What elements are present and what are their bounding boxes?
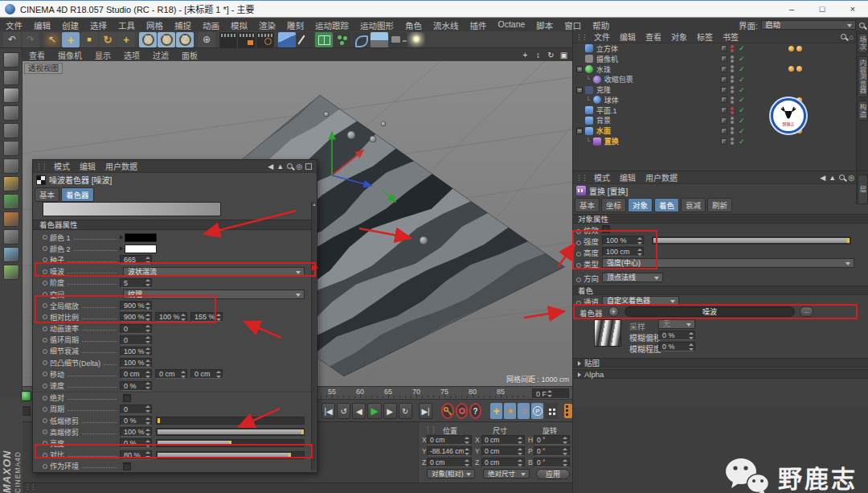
quantize-icon[interactable] <box>3 265 19 280</box>
stepper-icon[interactable] <box>145 256 150 265</box>
add-cube-button[interactable] <box>278 32 296 47</box>
param-field[interactable]: 100 % <box>120 347 152 356</box>
noise-preview-swatch[interactable] <box>43 202 221 216</box>
viewport-menu-查看[interactable]: 查看 <box>23 49 51 61</box>
expand-icon[interactable]: − <box>576 128 583 134</box>
visibility-dots[interactable] <box>731 127 734 134</box>
rotation-P-field[interactable]: 0 ° <box>534 446 570 456</box>
search-icon[interactable] <box>859 23 865 28</box>
stepper-icon[interactable] <box>517 436 522 445</box>
menu-工具[interactable]: 工具 <box>113 19 141 31</box>
maximize-button[interactable]: □ <box>807 1 837 17</box>
viewport-visibility-dot[interactable] <box>731 97 734 100</box>
position-Z-field[interactable]: 0 cm <box>427 458 472 467</box>
expand-icon[interactable]: − <box>576 87 583 93</box>
record-rotation-toggle[interactable]: ○ <box>518 403 530 419</box>
layer-icon[interactable] <box>721 97 727 103</box>
target-icon[interactable]: ◎ <box>848 174 854 182</box>
stepper-icon[interactable] <box>180 313 186 322</box>
param-field[interactable]: 80 % <box>120 450 152 460</box>
render-visibility-dot[interactable] <box>731 131 734 134</box>
enabled-check-icon[interactable]: ✓ <box>739 55 745 63</box>
stepper-icon[interactable] <box>145 417 150 425</box>
paint-tool-icon[interactable] <box>3 212 19 227</box>
points-mode-icon[interactable] <box>3 123 19 138</box>
menu-脚本[interactable]: 脚本 <box>530 19 559 31</box>
render-picture-viewer-button[interactable] <box>238 32 256 47</box>
viewport-menu-选项[interactable]: 选项 <box>117 49 146 61</box>
autokeying-button[interactable] <box>456 403 468 419</box>
visibility-dots[interactable] <box>731 86 734 93</box>
param-field[interactable]: 0 cm <box>120 369 152 379</box>
panel-grip-icon[interactable]: ⋮⋮ <box>33 162 49 170</box>
side-tab-内容浏览器[interactable]: 内容浏览器 <box>858 56 868 97</box>
viewport-visibility-dot[interactable] <box>731 65 734 68</box>
object-row-水面[interactable]: −水面✓ <box>573 125 856 136</box>
stepper-icon[interactable] <box>145 450 150 459</box>
dialog-scrollbar[interactable]: ▲ <box>311 202 316 470</box>
dialog-menu-模式[interactable]: 模式 <box>49 160 75 172</box>
record-pla-toggle[interactable] <box>545 403 557 419</box>
visibility-dots[interactable] <box>731 65 734 72</box>
panel-grip-icon[interactable]: ⋮⋮ <box>573 33 589 41</box>
param-field[interactable]: 0 % <box>120 438 152 448</box>
texture-mode-icon[interactable] <box>3 88 19 103</box>
dialog-menu-用户数据[interactable]: 用户数据 <box>100 160 142 172</box>
size-Z-field[interactable]: 0 cm <box>481 458 525 467</box>
param-checkbox[interactable] <box>123 462 131 470</box>
layer-icon[interactable] <box>721 87 727 93</box>
interface-dropdown[interactable]: 启动 <box>761 20 856 30</box>
keyframe-selection-button[interactable]: ? <box>469 403 481 419</box>
back-icon[interactable]: ◀ <box>268 162 273 170</box>
tab-基本[interactable]: 基本 <box>35 187 59 202</box>
size-Y-field[interactable]: 0 cm <box>481 446 525 456</box>
layer-side-tab[interactable]: 层 <box>856 172 868 204</box>
object-menu-编辑[interactable]: 编辑 <box>615 31 641 43</box>
workplane-mode-icon[interactable] <box>3 105 19 121</box>
stepper-icon[interactable] <box>145 278 150 287</box>
menu-运动图形[interactable]: 运动图形 <box>354 19 399 31</box>
param-field[interactable]: 100 % <box>120 358 152 368</box>
record-position-toggle[interactable]: + <box>490 403 502 419</box>
stepper-icon[interactable] <box>145 302 150 310</box>
scene-objects-button[interactable] <box>371 32 388 47</box>
param-field[interactable]: 0 <box>120 335 152 345</box>
position-X-field[interactable]: 0 cm <box>427 435 472 445</box>
enabled-check-icon[interactable]: ✓ <box>739 65 745 73</box>
param-field[interactable]: 900 % <box>120 312 152 322</box>
visibility-dots[interactable] <box>731 138 734 145</box>
blur-scale-field[interactable]: 0 % <box>658 342 695 351</box>
object-row-克隆[interactable]: −克隆✓ <box>573 84 856 95</box>
coordinate-mode-dropdown[interactable]: 对象(相对) <box>427 469 475 479</box>
live-selection-button[interactable]: ↖ <box>43 32 61 47</box>
sample-dropdown[interactable]: 无 <box>658 319 695 329</box>
panel-grip-icon[interactable]: ⋮⋮ <box>573 174 589 182</box>
stepper-icon[interactable] <box>180 370 186 379</box>
play-forward-button[interactable]: ▶ <box>367 403 381 419</box>
tab-刷新[interactable]: 刷新 <box>707 198 732 212</box>
camera-button[interactable] <box>389 32 407 47</box>
object-menu-文件[interactable]: 文件 <box>589 31 615 43</box>
go-to-next-key-button[interactable]: ↻ <box>399 403 412 419</box>
menu-网格[interactable]: 网格 <box>141 19 169 31</box>
menu-模拟[interactable]: 模拟 <box>225 19 253 31</box>
shader-button[interactable]: 噪波 <box>624 306 795 317</box>
move-button[interactable]: + <box>62 32 80 47</box>
render-view-button[interactable] <box>219 32 237 47</box>
enabled-check-icon[interactable]: ✓ <box>739 86 745 94</box>
menu-流水线[interactable]: 流水线 <box>428 19 465 31</box>
enabled-check-icon[interactable]: ✓ <box>739 106 745 114</box>
param-dropdown[interactable]: 纹理 <box>123 290 305 299</box>
param-slider[interactable] <box>156 439 305 447</box>
viewport-visibility-dot[interactable] <box>731 45 734 48</box>
height-field[interactable]: 100 cm <box>602 247 644 257</box>
stepper-icon[interactable] <box>517 447 522 456</box>
viewport-visibility-dot[interactable] <box>731 107 734 110</box>
type-dropdown[interactable]: 强度(中心) <box>602 258 854 268</box>
object-row-平面.1[interactable]: 平面.1✓ <box>573 105 856 116</box>
lock-z-button[interactable]: Z <box>176 32 194 47</box>
rotation-B-field[interactable]: 0 ° <box>534 458 570 467</box>
expand-icon[interactable]: − <box>576 66 583 72</box>
layer-icon[interactable] <box>721 107 727 113</box>
enabled-check-icon[interactable]: ✓ <box>739 76 745 84</box>
